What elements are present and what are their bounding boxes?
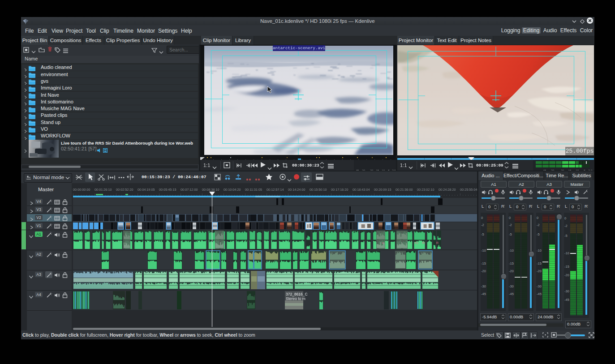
svg-text:Stereo to m: Stereo to m [286, 296, 305, 301]
svg-text:372_8616_C: 372_8616_C [286, 292, 308, 296]
svg-text:Fz: Fz [415, 241, 418, 244]
svg-text:v: v [382, 241, 384, 244]
svg-text:R: R [422, 241, 425, 244]
svg-text:R: R [436, 241, 439, 244]
